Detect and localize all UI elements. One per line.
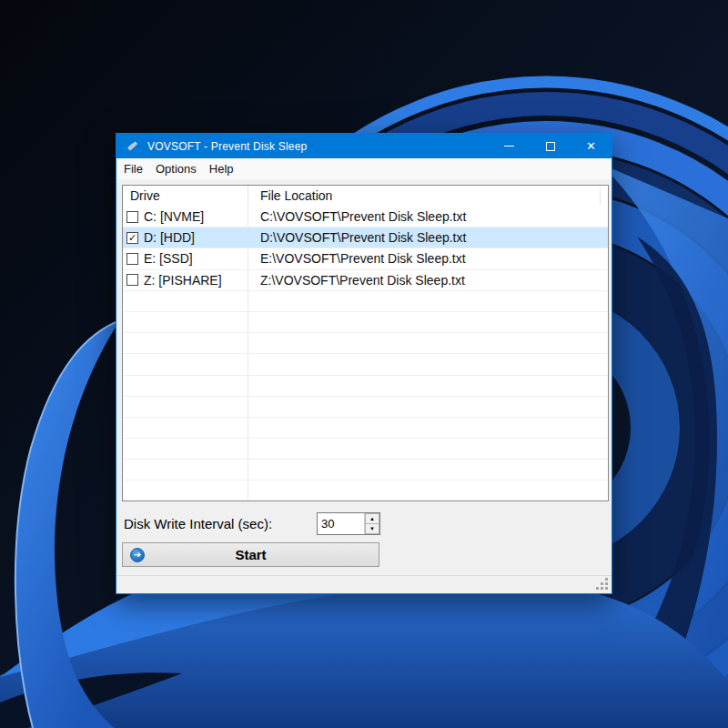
drive-cell: Z: [PISHARE]	[123, 270, 248, 290]
drive-row[interactable]: ✓ D: [HDD] D:\VOVSOFT\Prevent Disk Sleep…	[123, 228, 608, 248]
spin-down-icon: ▼	[369, 526, 375, 531]
close-icon: ✕	[586, 140, 596, 152]
spin-up-button[interactable]: ▲	[365, 513, 379, 523]
drive-checkbox[interactable]: ✓	[126, 232, 138, 244]
maximize-button[interactable]	[530, 134, 571, 158]
titlebar[interactable]: VOVSOFT - Prevent Disk Sleep ✕	[116, 134, 612, 158]
empty-row[interactable]	[123, 333, 608, 354]
drive-label: E: [SSD]	[144, 251, 193, 266]
file-location-cell: C:\VOVSOFT\Prevent Disk Sleep.txt	[248, 209, 608, 224]
column-header-drive[interactable]: Drive	[123, 186, 248, 207]
interval-spinner: 30 ▲ ▼	[317, 512, 380, 535]
drive-checkbox[interactable]	[126, 211, 138, 223]
menu-item-options[interactable]: Options	[149, 159, 203, 178]
empty-row[interactable]	[123, 439, 608, 460]
spin-buttons: ▲ ▼	[364, 513, 379, 534]
resize-grip-icon[interactable]	[596, 578, 599, 581]
drive-label: D: [HDD]	[144, 230, 195, 245]
header-divider	[600, 187, 601, 205]
drive-row[interactable]: C: [NVME] C:\VOVSOFT\Prevent Disk Sleep.…	[123, 207, 608, 228]
usb-drive-icon	[125, 138, 140, 154]
file-location-cell: Z:\VOVSOFT\Prevent Disk Sleep.txt	[248, 273, 608, 288]
maximize-icon	[546, 142, 555, 151]
spin-up-icon: ▲	[369, 516, 375, 521]
menu-item-file[interactable]: File	[117, 159, 149, 178]
start-button[interactable]: ➔ Start	[122, 542, 379, 567]
menu-item-help[interactable]: Help	[203, 159, 240, 178]
menubar: FileOptionsHelp	[116, 158, 612, 179]
drive-checkbox[interactable]	[126, 274, 138, 286]
listview-header: Drive File Location	[123, 186, 608, 207]
interval-input[interactable]: 30	[318, 513, 364, 534]
close-button[interactable]: ✕	[571, 134, 612, 158]
interval-label: Disk Write Interval (sec):	[124, 516, 272, 531]
file-location-cell: E:\VOVSOFT\Prevent Disk Sleep.txt	[248, 251, 608, 266]
minimize-icon	[504, 146, 514, 147]
empty-row[interactable]	[123, 354, 608, 375]
minimize-button[interactable]	[489, 134, 530, 158]
empty-row[interactable]	[123, 312, 608, 333]
start-button-label: Start	[123, 547, 379, 562]
client-area: Drive File Location C: [NVME] C:\VOVSOFT…	[116, 179, 612, 593]
empty-row[interactable]	[123, 418, 608, 439]
drive-checkbox[interactable]	[126, 253, 138, 265]
drive-cell: ✓ D: [HDD]	[123, 228, 248, 248]
drive-cell: E: [SSD]	[123, 248, 248, 268]
drive-row[interactable]: E: [SSD] E:\VOVSOFT\Prevent Disk Sleep.t…	[123, 248, 608, 269]
empty-row[interactable]	[123, 291, 608, 312]
drive-cell: C: [NVME]	[123, 207, 248, 227]
drive-label: Z: [PISHARE]	[144, 273, 222, 288]
drive-label: C: [NVME]	[144, 209, 204, 224]
drive-row[interactable]: Z: [PISHARE] Z:\VOVSOFT\Prevent Disk Sle…	[123, 270, 608, 291]
empty-row[interactable]	[123, 376, 608, 397]
app-window: VOVSOFT - Prevent Disk Sleep ✕ FileOptio…	[116, 133, 612, 594]
column-header-file-location[interactable]: File Location	[248, 186, 608, 207]
window-title: VOVSOFT - Prevent Disk Sleep	[147, 140, 307, 153]
drive-listview[interactable]: Drive File Location C: [NVME] C:\VOVSOFT…	[122, 185, 609, 501]
listview-rows: C: [NVME] C:\VOVSOFT\Prevent Disk Sleep.…	[123, 207, 608, 501]
empty-row[interactable]	[123, 460, 608, 480]
empty-row[interactable]	[123, 397, 608, 418]
file-location-cell: D:\VOVSOFT\Prevent Disk Sleep.txt	[248, 230, 608, 245]
empty-row[interactable]	[123, 480, 608, 501]
spin-down-button[interactable]: ▼	[365, 523, 379, 534]
status-bar	[116, 575, 612, 593]
